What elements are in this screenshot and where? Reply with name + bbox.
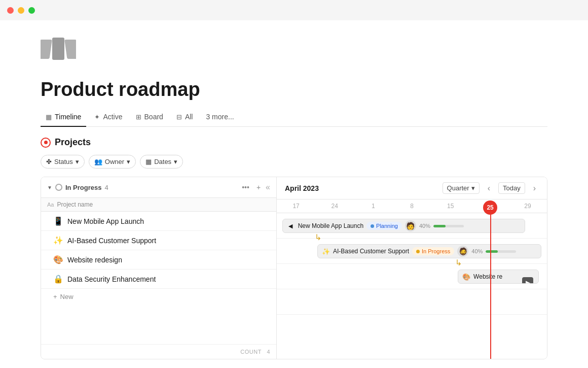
owner-icon: 👥 [94,158,102,165]
tab-active[interactable]: ✦ Active [89,110,127,127]
status-dot [371,224,374,228]
content-area: ▼ In Progress 4 ••• + « Aa Project name … [41,177,547,359]
active-icon: ✦ [94,113,100,121]
back-button[interactable]: ◀ [285,220,296,231]
today-line [490,213,491,359]
date-row: 17 24 1 8 15 22 29 25 [277,199,547,213]
bar-label: AI-Based Customer Support [333,248,409,255]
collapse-arrow[interactable]: ▼ [47,185,52,190]
main-content: Product roadmap ▦ Timeline ✦ Active ⊞ Bo… [0,20,588,359]
timeline-controls: Quarter ▾ ‹ Today › [443,182,539,194]
project-emoji: 📱 [53,216,63,226]
avatar: 🧔 [457,246,468,257]
progress-percent: 40% [419,223,430,229]
filter-owner[interactable]: 👥 Owner ▾ [89,155,136,169]
filter-status[interactable]: ✤ Status ▾ [41,155,85,169]
column-header: Aa Project name [41,198,276,212]
group-status-circle [55,184,62,191]
add-group-item-button[interactable]: + [254,182,263,192]
chevron-down-icon: ▾ [471,184,475,192]
today-marker: 25 [483,200,497,215]
tabs-bar: ▦ Timeline ✦ Active ⊞ Board ⊟ All 3 more… [41,110,547,127]
list-item[interactable]: ✨ AI-Based Customer Support [41,231,276,250]
list-item[interactable]: 🎨 Website redesign [41,250,276,270]
timeline-row [277,289,547,315]
tab-all[interactable]: ⊟ All [171,110,198,127]
bar-label: New Mobile App Launch [298,222,363,229]
arrow-connector: ↳ [455,258,462,267]
group-actions: ••• + « [240,182,270,192]
prev-nav-button[interactable]: ‹ [485,183,493,194]
svg-rect-2 [64,40,76,59]
title-bar [0,0,588,20]
group-count: 4 [104,184,108,191]
plus-icon: + [53,293,57,300]
tab-more[interactable]: 3 more... [201,110,239,127]
date-cell: 1 [354,203,392,210]
today-button[interactable]: Today [498,182,525,194]
section-header: Projects [41,137,547,148]
chevron-down-icon: ▾ [174,158,177,165]
progress-fill [486,250,498,253]
logo-area [41,20,547,71]
svg-rect-1 [52,38,64,60]
timeline-header: April 2023 Quarter ▾ ‹ Today › [277,177,547,199]
project-emoji: 🎨 [53,255,63,264]
filters-bar: ✤ Status ▾ 👥 Owner ▾ ▦ Dates ▾ [41,155,547,169]
gantt-bar[interactable]: 🎨 Website re ▶ [458,270,539,284]
next-nav-button[interactable]: › [530,183,539,194]
timeline-icon: ▦ [46,113,52,121]
group-label: In Progress [65,184,102,191]
timeline-panel: April 2023 Quarter ▾ ‹ Today › 17 24 1 8… [277,177,547,359]
avatar: 🧑 [405,220,416,231]
tab-board[interactable]: ⊞ Board [131,110,168,127]
bar-label: Website re [473,273,502,280]
maximize-button[interactable] [28,7,35,14]
projects-icon [41,138,51,148]
arrow-connector: ↳ [315,232,321,242]
project-list-panel: ▼ In Progress 4 ••• + « Aa Project name … [41,177,277,359]
app-logo [41,36,76,63]
ellipsis-icon[interactable]: ••• [240,182,251,192]
progress-track [433,225,464,227]
date-cell: 17 [277,203,315,210]
project-emoji: 🔒 [53,274,63,284]
minimize-button[interactable] [18,7,24,14]
board-icon: ⊞ [136,113,141,121]
bar-emoji: ✨ [322,248,330,255]
close-button[interactable] [7,7,14,14]
list-item[interactable]: 🔒 Data Security Enhancement [41,270,276,289]
status-badge-in-progress: In Progress [412,247,454,255]
group-header: ▼ In Progress 4 ••• + « [41,177,276,198]
timeline-row: ↳ 🎨 Website re ▶ [277,264,547,289]
dates-icon: ▦ [145,158,152,165]
project-name: AI-Based Customer Support [67,237,156,245]
collapse-left-icon[interactable]: « [266,183,270,192]
filter-dates[interactable]: ▦ Dates ▾ [140,155,183,169]
add-new-item-button[interactable]: + New [41,289,276,305]
list-item[interactable]: 📱 New Mobile App Launch [41,212,276,231]
section-title: Projects [55,137,91,148]
tab-timeline[interactable]: ▦ Timeline [41,110,86,127]
date-cell: 29 [508,203,547,210]
view-selector[interactable]: Quarter ▾ [443,182,480,194]
date-cell: 15 [431,203,470,210]
project-name: Data Security Enhancement [67,275,156,283]
project-emoji: ✨ [53,236,63,245]
progress-percent: 40% [471,248,483,254]
gantt-bar[interactable]: ◀ 📱 New Mobile App Launch Planning 🧑 40% [282,219,526,233]
status-icon: ✤ [46,158,52,165]
date-cell: 8 [392,203,431,210]
chevron-down-icon: ▾ [76,158,79,165]
page-title: Product roadmap [41,79,547,101]
status-dot [416,250,420,253]
nav-right-button[interactable]: ▶ [522,277,533,284]
project-items-list: 📱 New Mobile App Launch ✨ AI-Based Custo… [41,212,276,344]
timeline-month: April 2023 [285,184,319,192]
project-name: New Mobile App Launch [67,217,144,225]
timeline-row: ↳ ✨ AI-Based Customer Support In Progres… [277,239,547,264]
project-name: Website redesign [67,256,122,264]
chevron-down-icon: ▾ [127,158,130,165]
gantt-bar[interactable]: ✨ AI-Based Customer Support In Progress … [317,244,541,258]
svg-rect-0 [41,40,52,59]
